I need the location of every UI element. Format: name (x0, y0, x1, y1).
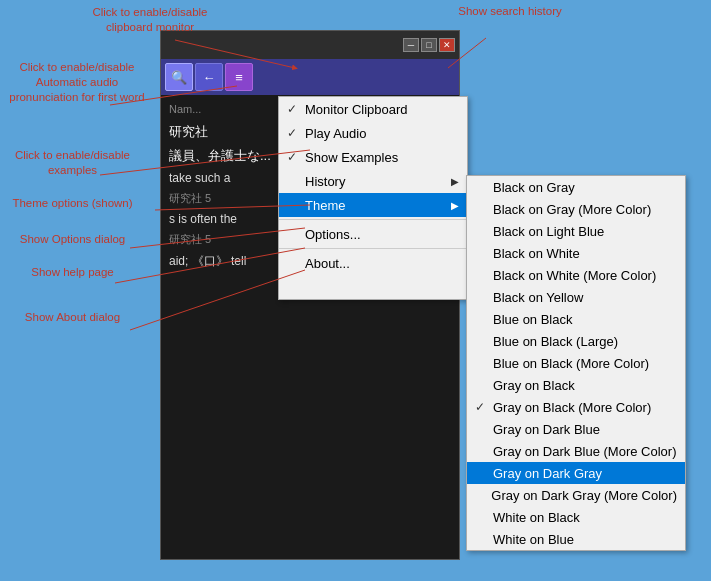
menu-item-history[interactable]: History ▶ (279, 169, 467, 193)
theme-label: Black on White (More Color) (493, 268, 656, 283)
theme-item-gray-on-dark-gray[interactable]: Gray on Dark Gray (467, 462, 685, 484)
theme-label: Black on Gray (More Color) (493, 202, 651, 217)
minimize-button[interactable]: ─ (403, 38, 419, 52)
theme-item-blue-on-black-more[interactable]: Blue on Black (More Color) (467, 352, 685, 374)
menu-item-theme[interactable]: Theme ▶ (279, 193, 467, 217)
titlebar: ─ □ ✕ (161, 31, 459, 59)
theme-submenu: Black on Gray Black on Gray (More Color)… (466, 175, 686, 551)
toolbar: 🔍 ← ≡ (161, 59, 459, 95)
menu-label-show-examples: Show Examples (305, 150, 459, 165)
separator-2 (279, 248, 467, 249)
annotation-about-dialog: Show About dialog (0, 310, 145, 325)
theme-label: Gray on Black (More Color) (493, 400, 651, 415)
menu-label-play-audio: Play Audio (305, 126, 459, 141)
theme-item-gray-on-dark-blue[interactable]: Gray on Dark Blue (467, 418, 685, 440)
theme-item-black-on-white-more[interactable]: Black on White (More Color) (467, 264, 685, 286)
menu-item-options[interactable]: Options... (279, 222, 467, 246)
main-dropdown-menu: ✓ Monitor Clipboard ✓ Play Audio ✓ Show … (278, 96, 468, 300)
menu-item-play-audio[interactable]: ✓ Play Audio (279, 121, 467, 145)
theme-label: Gray on Black (493, 378, 575, 393)
check-icon: ✓ (287, 102, 305, 116)
theme-item-white-on-black[interactable]: White on Black (467, 506, 685, 528)
theme-label: Blue on Black (493, 312, 573, 327)
menu-item-about[interactable] (279, 275, 467, 299)
annotation-auto-audio: Click to enable/disableAutomatic audiopr… (2, 60, 152, 105)
theme-item-gray-on-dark-blue-more[interactable]: Gray on Dark Blue (More Color) (467, 440, 685, 462)
theme-item-black-on-light-blue[interactable]: Black on Light Blue (467, 220, 685, 242)
search-button[interactable]: 🔍 (165, 63, 193, 91)
theme-item-white-on-blue[interactable]: White on Blue (467, 528, 685, 550)
close-button[interactable]: ✕ (439, 38, 455, 52)
theme-label: White on Black (493, 510, 580, 525)
theme-item-gray-on-black[interactable]: Gray on Black (467, 374, 685, 396)
menu-item-help[interactable]: About... (279, 251, 467, 275)
back-button[interactable]: ← (195, 63, 223, 91)
annotation-search-history: Show search history (430, 4, 590, 19)
annotation-options-dialog: Show Options dialog (0, 232, 145, 247)
theme-item-gray-on-dark-gray-more[interactable]: Gray on Dark Gray (More Color) (467, 484, 685, 506)
theme-item-black-on-gray[interactable]: Black on Gray (467, 176, 685, 198)
arrow-icon-theme: ▶ (451, 200, 459, 211)
theme-item-blue-on-black-large[interactable]: Blue on Black (Large) (467, 330, 685, 352)
theme-item-black-on-yellow[interactable]: Black on Yellow (467, 286, 685, 308)
theme-label: Blue on Black (More Color) (493, 356, 649, 371)
theme-label: Black on Light Blue (493, 224, 604, 239)
theme-item-black-on-white[interactable]: Black on White (467, 242, 685, 264)
menu-button[interactable]: ≡ (225, 63, 253, 91)
check-icon: ✓ (475, 400, 493, 414)
arrow-icon-history: ▶ (451, 176, 459, 187)
menu-label-help: About... (305, 256, 459, 271)
theme-label: Black on White (493, 246, 580, 261)
theme-label: Blue on Black (Large) (493, 334, 618, 349)
theme-item-gray-on-black-more[interactable]: ✓ Gray on Black (More Color) (467, 396, 685, 418)
theme-label: Gray on Dark Gray (More Color) (491, 488, 677, 503)
theme-label: Gray on Dark Blue (493, 422, 600, 437)
menu-label-theme: Theme (305, 198, 451, 213)
menu-label-options: Options... (305, 227, 459, 242)
menu-label-monitor-clipboard: Monitor Clipboard (305, 102, 459, 117)
theme-label: Gray on Dark Gray (493, 466, 602, 481)
menu-label-history: History (305, 174, 451, 189)
theme-label: Black on Gray (493, 180, 575, 195)
separator-1 (279, 219, 467, 220)
theme-label: Gray on Dark Blue (More Color) (493, 444, 677, 459)
annotation-examples: Click to enable/disableexamples (0, 148, 145, 178)
theme-label: White on Blue (493, 532, 574, 547)
annotation-help-page: Show help page (0, 265, 145, 280)
check-icon-examples: ✓ (287, 150, 305, 164)
check-icon-audio: ✓ (287, 126, 305, 140)
menu-item-monitor-clipboard[interactable]: ✓ Monitor Clipboard (279, 97, 467, 121)
maximize-button[interactable]: □ (421, 38, 437, 52)
theme-item-blue-on-black[interactable]: Blue on Black (467, 308, 685, 330)
theme-item-black-on-gray-more[interactable]: Black on Gray (More Color) (467, 198, 685, 220)
menu-item-show-examples[interactable]: ✓ Show Examples (279, 145, 467, 169)
annotation-clipboard: Click to enable/disableclipboard monitor (70, 5, 230, 35)
annotation-theme-options: Theme options (shown) (0, 196, 145, 211)
theme-label: Black on Yellow (493, 290, 583, 305)
